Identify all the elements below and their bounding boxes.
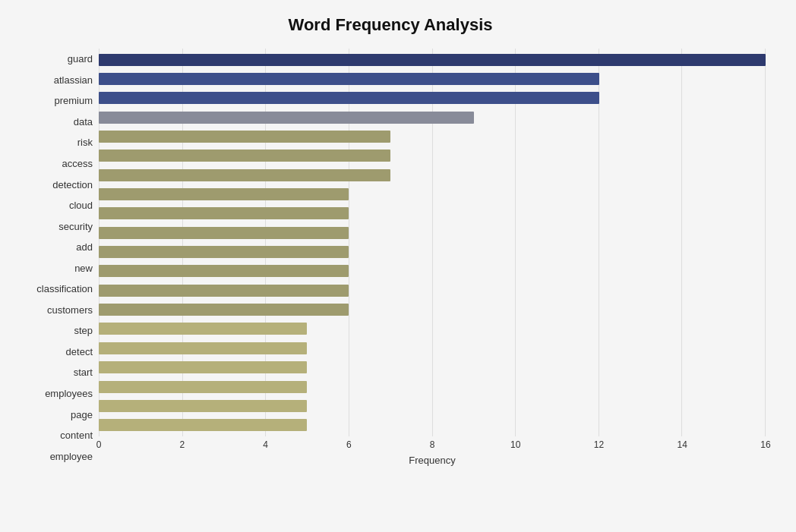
x-tick: 12 [594,439,604,450]
bar-row [99,69,766,88]
bar [99,265,349,277]
y-label: cloud [69,200,93,210]
bar [99,54,766,66]
x-ticks: 0246810121416 [99,436,766,452]
bar-row [99,377,766,396]
bar [99,285,349,297]
bar [99,73,599,85]
bar-row [99,89,766,108]
bar [99,92,599,104]
y-label: atlassian [54,75,93,85]
bar [99,342,307,354]
bar-row [99,396,766,415]
bar-row [99,50,766,69]
bar-row [99,262,766,281]
bar [99,246,349,258]
y-label: employee [50,452,93,461]
bar [99,207,349,219]
x-tick: 6 [346,439,352,450]
y-label: classification [36,284,93,294]
bar-row [99,184,766,203]
x-tick: 2 [179,439,185,450]
x-axis-label: Frequency [99,455,766,466]
y-label: customers [47,305,93,315]
bars-section: 0246810121416 Frequency [99,49,766,467]
bar [99,419,307,431]
bar-row [99,223,766,242]
x-tick: 10 [510,439,520,450]
y-label: content [60,430,93,440]
bar-row [99,300,766,319]
bar [99,169,390,181]
bar-row [99,127,766,146]
x-tick: 0 [96,439,102,450]
bar [99,188,349,200]
x-tick: 16 [760,439,770,450]
y-label: page [71,410,93,420]
y-label: detect [66,347,93,357]
bar-row [99,320,766,338]
bar-row [99,108,766,127]
x-axis-area: 0246810121416 Frequency [99,436,766,467]
bar [99,227,349,239]
bar-row [99,281,766,300]
x-tick: 8 [430,439,435,450]
bar [99,304,349,316]
y-label: security [58,222,93,231]
y-label: risk [77,137,93,147]
chart-area: guardatlassianpremiumdatariskaccessdetec… [15,49,766,467]
y-label: guard [68,54,93,64]
y-label: premium [54,96,93,105]
grid-and-bars [99,49,766,436]
bar-row [99,242,766,261]
x-tick: 4 [263,439,268,450]
bar-row [99,358,766,377]
y-label: employees [45,389,93,398]
bar-row [99,204,766,223]
bar [99,361,307,373]
x-tick: 14 [678,439,687,450]
chart-title: Word Frequency Analysis [15,15,766,35]
y-label: access [62,159,93,168]
bar-row [99,338,766,357]
y-label: detection [52,180,93,190]
bar-row [99,165,766,184]
bar-row [99,416,766,435]
bar [99,131,390,143]
y-label: data [74,117,93,127]
y-axis-labels: guardatlassianpremiumdatariskaccessdetec… [15,49,99,467]
bar [99,150,390,162]
bar-row [99,146,766,165]
bars-wrapper [99,49,766,436]
y-label: step [74,326,93,335]
y-label: add [76,242,93,252]
bar [99,323,307,335]
bar [99,400,307,412]
bar [99,381,307,393]
chart-container: Word Frequency Analysis guardatlassianpr… [0,0,796,532]
bar [99,112,474,124]
y-label: start [74,367,93,377]
y-label: new [74,263,93,273]
